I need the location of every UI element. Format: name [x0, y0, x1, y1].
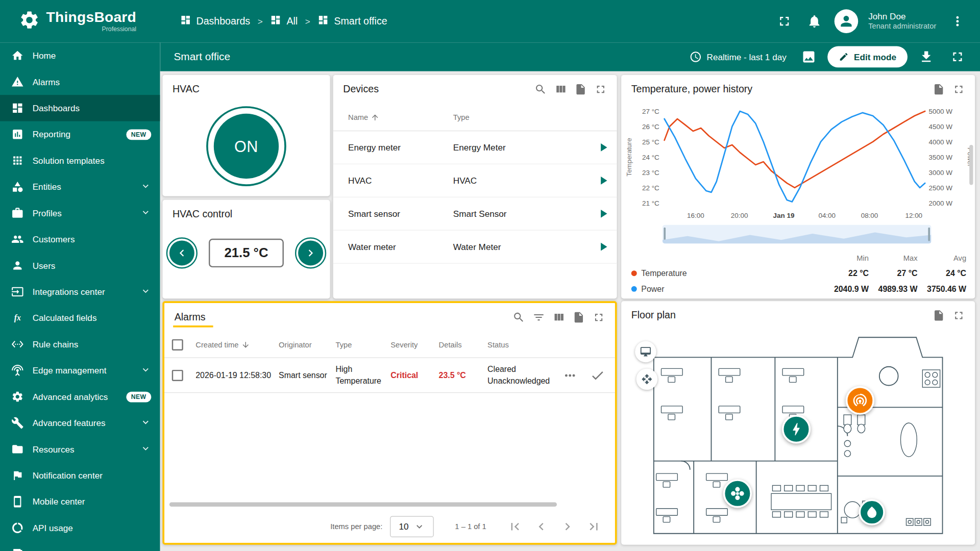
toolbar-fullscreen-button[interactable]	[945, 44, 970, 69]
sidebar-item-customers[interactable]: Customers	[0, 226, 160, 252]
device-details-button[interactable]	[590, 141, 617, 155]
alarms-col-type[interactable]: Type	[336, 340, 391, 349]
header-menu-button[interactable]	[945, 9, 970, 34]
dashboard-grid-icon	[271, 14, 282, 28]
legend-row-temperature[interactable]: Temperature22 °C27 °C24 °C	[631, 265, 966, 281]
first-page-button[interactable]	[507, 519, 522, 534]
export-file-icon	[933, 309, 945, 321]
sidebar-item-reporting[interactable]: ReportingNEW	[0, 121, 160, 147]
alarms-col-created[interactable]: Created time	[195, 340, 238, 349]
alarms-export-button[interactable]	[570, 309, 587, 326]
floor-plan-fullscreen-button[interactable]	[950, 307, 967, 324]
select-all-checkbox[interactable]	[172, 339, 183, 350]
alarms-columns-button[interactable]	[550, 309, 568, 326]
sidebar-item-advanced-analytics[interactable]: Advanced analyticsNEW	[0, 384, 160, 410]
sidebar-item-home[interactable]: Home	[0, 42, 160, 68]
sidebar-item-white-labeling[interactable]: White labeling	[0, 541, 160, 551]
avatar[interactable]	[835, 9, 859, 33]
history-fullscreen-button[interactable]	[950, 81, 967, 98]
device-row[interactable]: Energy meterEnergy Meter	[333, 131, 617, 164]
sidebar-item-profiles[interactable]: Profiles	[0, 200, 160, 226]
water-meter-marker[interactable]	[859, 499, 885, 525]
floor-plan-export-button[interactable]	[930, 307, 947, 324]
sidebar-item-label: Profiles	[33, 208, 131, 218]
pan-tool-button[interactable]	[636, 368, 658, 390]
sidebar-item-rule-chains[interactable]: Rule chains	[0, 331, 160, 357]
breadcrumb-item-smart-office[interactable]: Smart office	[318, 14, 387, 28]
devices-export-button[interactable]	[572, 81, 589, 98]
breadcrumb-item-dashboards[interactable]: Dashboards	[180, 14, 250, 28]
sidebar-item-calculated-fields[interactable]: fxCalculated fields	[0, 305, 160, 331]
device-row[interactable]: Water meterWater Meter	[333, 231, 617, 264]
sidebar-item-mobile-center[interactable]: Mobile center	[0, 489, 160, 515]
previous-page-button[interactable]	[534, 519, 549, 534]
alarm-row[interactable]: 2026-01-19 12:58:30Smart sensorHigh Temp…	[164, 358, 615, 393]
notifications-bell-button[interactable]	[802, 9, 827, 34]
sidebar-item-api-usage[interactable]: API usage	[0, 515, 160, 541]
sidebar-item-users[interactable]: Users	[0, 253, 160, 279]
alarms-col-status[interactable]: Status	[487, 340, 561, 349]
alarms-col-severity[interactable]: Severity	[390, 340, 438, 349]
sidebar-item-alarms[interactable]: Alarms	[0, 69, 160, 95]
alarm-acknowledge-button[interactable]	[590, 368, 605, 383]
sidebar-item-advanced-features[interactable]: Advanced features	[0, 410, 160, 436]
smart-sensor-marker[interactable]	[846, 386, 874, 415]
alarms-col-details[interactable]: Details	[439, 340, 488, 349]
time-range-slider[interactable]	[663, 225, 932, 244]
user-info[interactable]: John Doe Tenant administrator	[868, 11, 936, 32]
legend-series-name: Temperature	[641, 269, 687, 278]
widget-scrollbar[interactable]	[969, 145, 973, 185]
fullscreen-button[interactable]	[772, 9, 797, 34]
sidebar-item-dashboards[interactable]: Dashboards	[0, 95, 160, 121]
alarms-widget[interactable]: Alarms Created time Originator Type Seve…	[162, 301, 617, 545]
next-page-button[interactable]	[560, 519, 575, 534]
breadcrumb-separator: >	[305, 16, 310, 27]
edit-mode-button[interactable]: Edit mode	[828, 46, 908, 68]
breadcrumb-item-all[interactable]: All	[271, 14, 298, 28]
chevron-down-icon	[140, 285, 151, 298]
horizontal-scrollbar[interactable]	[169, 502, 557, 507]
sidebar-item-label: Resources	[33, 444, 131, 455]
screenshot-button[interactable]	[796, 44, 821, 69]
energy-meter-marker[interactable]	[782, 415, 811, 443]
history-export-button[interactable]	[930, 81, 947, 98]
device-details-button[interactable]	[590, 240, 617, 254]
temperature-increase-button[interactable]	[295, 237, 326, 268]
hvac-power-button[interactable]: ON	[206, 106, 286, 186]
legend-row-power[interactable]: Power2040.9 W4989.93 W3750.46 W	[631, 281, 966, 297]
devices-search-button[interactable]	[532, 81, 549, 98]
devices-col-type[interactable]: Type	[453, 113, 617, 121]
device-row[interactable]: HVACHVAC	[333, 164, 617, 197]
sidebar-item-edge-management[interactable]: Edge management	[0, 357, 160, 383]
devices-columns-button[interactable]	[552, 81, 569, 98]
temperature-decrease-button[interactable]	[166, 237, 198, 268]
pencil-icon	[839, 52, 849, 62]
devices-col-name[interactable]: Name	[348, 113, 368, 121]
app-logo[interactable]: ThingsBoard Professional	[0, 9, 160, 33]
export-file-icon	[573, 311, 585, 323]
sidebar-item-solution-templates[interactable]: Solution templates	[0, 147, 160, 173]
device-details-button[interactable]	[590, 207, 617, 220]
alarms-filter-button[interactable]	[530, 309, 547, 326]
devices-fullscreen-button[interactable]	[592, 81, 609, 98]
timewindow-button[interactable]: Realtime - last 1 day	[689, 51, 787, 63]
alarms-fullscreen-button[interactable]	[590, 309, 607, 326]
svg-text:26 °C: 26 °C	[642, 123, 659, 131]
hvac-fan-marker[interactable]	[723, 479, 752, 508]
sidebar-item-integrations-center[interactable]: Integrations center	[0, 279, 160, 305]
row-checkbox[interactable]	[172, 369, 183, 381]
download-button[interactable]	[914, 44, 939, 69]
page-size-select[interactable]: 10	[390, 516, 434, 537]
device-row[interactable]: Smart sensorSmart Sensor	[333, 197, 617, 231]
breadcrumb-label: All	[286, 16, 298, 27]
alarms-col-originator[interactable]: Originator	[279, 340, 335, 349]
sidebar-item-label: Advanced features	[33, 418, 131, 428]
sidebar-item-entities[interactable]: Entities	[0, 173, 160, 199]
display-layers-button[interactable]	[635, 341, 656, 363]
device-details-button[interactable]	[590, 173, 617, 187]
sidebar-item-resources[interactable]: Resources	[0, 436, 160, 462]
last-page-button[interactable]	[586, 519, 601, 534]
sidebar-item-notification-center[interactable]: Notification center	[0, 462, 160, 488]
alarms-search-button[interactable]	[510, 309, 527, 326]
alarm-more-button[interactable]	[562, 368, 577, 383]
